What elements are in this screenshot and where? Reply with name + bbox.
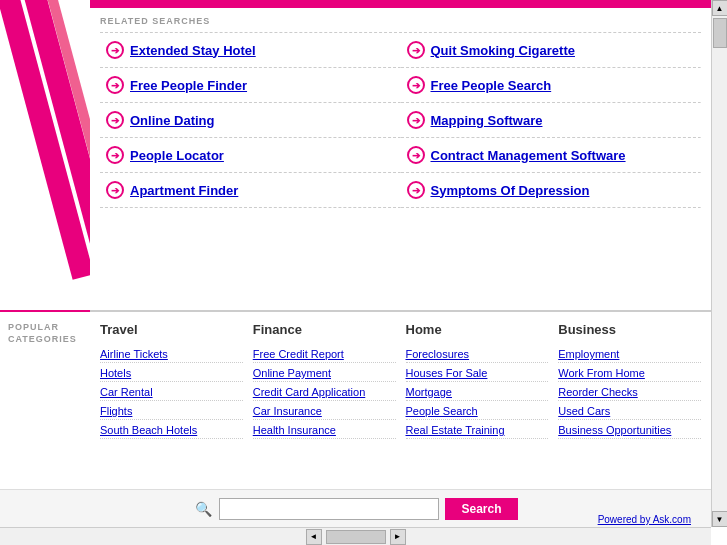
search-link-item: ➔ Quit Smoking Cigarette xyxy=(401,33,702,68)
search-button[interactable]: Search xyxy=(445,498,517,520)
category-link-car-insurance[interactable]: Car Insurance xyxy=(253,403,396,420)
search-link-contract-management[interactable]: Contract Management Software xyxy=(431,148,626,163)
scroll-left-button[interactable]: ◄ xyxy=(306,529,322,545)
top-pink-bar xyxy=(0,0,711,8)
category-link-work-from-home[interactable]: Work From Home xyxy=(558,365,701,382)
search-link-extended-stay-hotel[interactable]: Extended Stay Hotel xyxy=(130,43,256,58)
category-link-reorder-checks[interactable]: Reorder Checks xyxy=(558,384,701,401)
category-link-houses-for-sale[interactable]: Houses For Sale xyxy=(406,365,549,382)
search-icon: 🔍 xyxy=(193,499,213,519)
arrow-icon: ➔ xyxy=(106,76,124,94)
search-link-item: ➔ Symptoms Of Depression xyxy=(401,173,702,208)
categories-section: POPULAR CATEGORIES Travel Airline Ticket… xyxy=(0,312,711,451)
related-searches-section: RELATED SEARCHES ➔ Extended Stay Hotel ➔… xyxy=(90,8,711,218)
category-link-online-payment[interactable]: Online Payment xyxy=(253,365,396,382)
category-finance: Finance Free Credit Report Online Paymen… xyxy=(253,322,396,441)
search-link-people-locator[interactable]: People Locator xyxy=(130,148,224,163)
arrow-icon: ➔ xyxy=(407,76,425,94)
scroll-up-button[interactable]: ▲ xyxy=(712,0,728,16)
scroll-thumb[interactable] xyxy=(713,18,727,48)
logo-area xyxy=(0,0,90,300)
arrow-icon: ➔ xyxy=(407,181,425,199)
main-content: RELATED SEARCHES ➔ Extended Stay Hotel ➔… xyxy=(0,0,711,527)
search-link-free-people-search[interactable]: Free People Search xyxy=(431,78,552,93)
scroll-right-button[interactable]: ► xyxy=(390,529,406,545)
category-link-hotels[interactable]: Hotels xyxy=(100,365,243,382)
search-input[interactable] xyxy=(219,498,439,520)
h-scroll-thumb[interactable] xyxy=(326,530,386,544)
category-finance-header: Finance xyxy=(253,322,396,340)
search-link-item: ➔ Extended Stay Hotel xyxy=(100,33,401,68)
category-link-airline-tickets[interactable]: Airline Tickets xyxy=(100,346,243,363)
category-link-foreclosures[interactable]: Foreclosures xyxy=(406,346,549,363)
category-home: Home Foreclosures Houses For Sale Mortga… xyxy=(406,322,549,441)
search-link-free-people-finder[interactable]: Free People Finder xyxy=(130,78,247,93)
right-scrollbar: ▲ ▼ xyxy=(711,0,727,527)
search-link-symptoms-depression[interactable]: Symptoms Of Depression xyxy=(431,183,590,198)
category-link-free-credit-report[interactable]: Free Credit Report xyxy=(253,346,396,363)
footer-link[interactable]: Powered by Ask.com xyxy=(598,514,691,525)
category-link-flights[interactable]: Flights xyxy=(100,403,243,420)
category-link-employment[interactable]: Employment xyxy=(558,346,701,363)
category-link-south-beach-hotels[interactable]: South Beach Hotels xyxy=(100,422,243,439)
related-searches-label: RELATED SEARCHES xyxy=(100,16,701,26)
category-link-health-insurance[interactable]: Health Insurance xyxy=(253,422,396,439)
search-link-item: ➔ Free People Finder xyxy=(100,68,401,103)
category-link-mortgage[interactable]: Mortgage xyxy=(406,384,549,401)
category-travel-header: Travel xyxy=(100,322,243,340)
arrow-icon: ➔ xyxy=(106,111,124,129)
search-link-mapping-software[interactable]: Mapping Software xyxy=(431,113,543,128)
logo-stripes xyxy=(0,10,70,290)
arrow-icon: ➔ xyxy=(407,146,425,164)
search-link-item: ➔ Apartment Finder xyxy=(100,173,401,208)
scroll-down-button[interactable]: ▼ xyxy=(712,511,728,527)
search-link-item: ➔ Online Dating xyxy=(100,103,401,138)
category-business-header: Business xyxy=(558,322,701,340)
search-link-item: ➔ People Locator xyxy=(100,138,401,173)
category-link-car-rental[interactable]: Car Rental xyxy=(100,384,243,401)
category-link-used-cars[interactable]: Used Cars xyxy=(558,403,701,420)
categories-grid: Travel Airline Tickets Hotels Car Rental… xyxy=(90,322,711,441)
category-business: Business Employment Work From Home Reord… xyxy=(558,322,701,441)
categories-label-col: POPULAR CATEGORIES xyxy=(0,322,90,441)
arrow-icon: ➔ xyxy=(106,41,124,59)
arrow-icon: ➔ xyxy=(407,41,425,59)
category-link-credit-card-application[interactable]: Credit Card Application xyxy=(253,384,396,401)
search-link-quit-smoking[interactable]: Quit Smoking Cigarette xyxy=(431,43,575,58)
search-link-item: ➔ Mapping Software xyxy=(401,103,702,138)
search-link-item: ➔ Free People Search xyxy=(401,68,702,103)
search-links-grid: ➔ Extended Stay Hotel ➔ Quit Smoking Cig… xyxy=(100,32,701,208)
category-link-business-opportunities[interactable]: Business Opportunities xyxy=(558,422,701,439)
arrow-icon: ➔ xyxy=(106,181,124,199)
arrow-icon: ➔ xyxy=(106,146,124,164)
category-link-real-estate-training[interactable]: Real Estate Training xyxy=(406,422,549,439)
category-travel: Travel Airline Tickets Hotels Car Rental… xyxy=(100,322,243,441)
arrow-icon: ➔ xyxy=(407,111,425,129)
search-link-online-dating[interactable]: Online Dating xyxy=(130,113,215,128)
popular-categories-label: POPULAR CATEGORIES xyxy=(8,322,82,345)
category-link-people-search[interactable]: People Search xyxy=(406,403,549,420)
bottom-scrollbar: ◄ ► xyxy=(0,527,711,545)
search-link-apartment-finder[interactable]: Apartment Finder xyxy=(130,183,238,198)
search-link-item: ➔ Contract Management Software xyxy=(401,138,702,173)
category-home-header: Home xyxy=(406,322,549,340)
